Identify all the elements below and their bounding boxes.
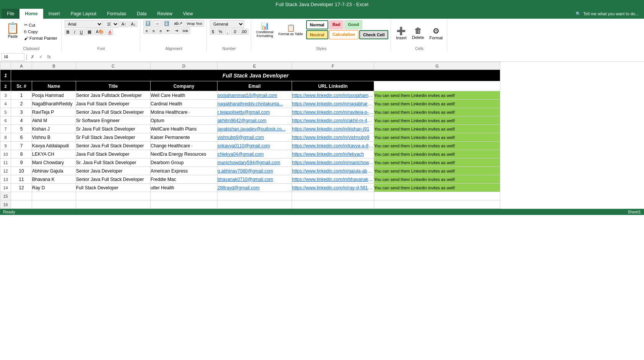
confirm-formula-button[interactable]: ✓ bbox=[37, 54, 44, 60]
cut-button[interactable]: ✂ Cut bbox=[23, 22, 59, 28]
tab-file[interactable]: File bbox=[2, 9, 19, 19]
header-email[interactable]: Email bbox=[217, 81, 292, 91]
italic-button[interactable]: I bbox=[72, 29, 77, 35]
col-header-b[interactable]: B bbox=[32, 62, 76, 70]
cell-company-13[interactable]: Freddie Mac bbox=[151, 175, 217, 184]
cell-name-12[interactable]: Abhinav Gajula bbox=[32, 167, 76, 175]
header-note[interactable] bbox=[374, 81, 500, 91]
cell-url-10[interactable]: https://www.linkedin.com/in/lekyach bbox=[292, 150, 374, 158]
cell-note-3[interactable]: You can send them Linkedin invites as we… bbox=[374, 91, 500, 100]
cell-email-12[interactable]: g.abhinav7080@gmail.com bbox=[217, 167, 292, 175]
cell-email-10[interactable]: chlekya04@gmail.com bbox=[217, 150, 292, 158]
cell-url-13[interactable]: https://www.linkedin.com/in/bhavanak0710 bbox=[292, 175, 374, 184]
header-name[interactable]: Name bbox=[32, 81, 76, 91]
cell-note-13[interactable]: You can send them Linkedin invites as we… bbox=[374, 175, 500, 184]
dollar-button[interactable]: $ bbox=[210, 29, 216, 35]
cell-company-7[interactable]: WellCare Health Plans bbox=[151, 125, 217, 133]
cell-title-7[interactable]: Sr Java Full Stack Developer bbox=[76, 125, 151, 133]
cell-name-8[interactable]: Vishnu B bbox=[32, 133, 76, 142]
cell-title-5[interactable]: Senior Java Full Stack Developer bbox=[76, 108, 151, 116]
name-box[interactable] bbox=[2, 53, 24, 61]
cell-url-14[interactable]: https://www.linkedin.com/in/ray-d-581246… bbox=[292, 184, 374, 192]
cell-url-3[interactable]: https://www.linkedin.com/in/poojahammad bbox=[292, 91, 374, 100]
style-good[interactable]: Good bbox=[344, 20, 362, 29]
cell-url-8[interactable]: https://www.linkedin.com/in/vishnubg9 bbox=[292, 133, 374, 142]
col-header-f[interactable]: F bbox=[292, 62, 374, 70]
cell-note-7[interactable]: You can send them Linkedin invites as we… bbox=[374, 125, 500, 133]
cell-name-14[interactable]: Ray D bbox=[32, 184, 76, 192]
increase-decimal-button[interactable]: .00 bbox=[239, 29, 248, 35]
cell-note-5[interactable]: You can send them Linkedin invites as we… bbox=[374, 108, 500, 116]
cell-title-13[interactable]: Senior Java Full Stack Developer bbox=[76, 175, 151, 184]
style-normal[interactable]: Normal bbox=[306, 20, 328, 29]
cell-name-4[interactable]: NagaBharathReddy bbox=[32, 100, 76, 108]
cell-title-9[interactable]: Senior Java Full Stack Developer bbox=[76, 142, 151, 150]
align-right-button[interactable]: ≡ bbox=[157, 27, 164, 34]
copy-button[interactable]: ⎘ Copy bbox=[23, 29, 59, 35]
cell-sr-3[interactable]: 1 bbox=[11, 91, 32, 100]
cell-company-8[interactable]: Kaiser Permanente bbox=[151, 133, 217, 142]
cell-note-8[interactable]: You can send them Linkedin invites as we… bbox=[374, 133, 500, 142]
col-header-c[interactable]: C bbox=[76, 62, 151, 70]
cell-email-11[interactable]: manichowdary594@gmail.com bbox=[217, 158, 292, 167]
cell-sr-7[interactable]: 5 bbox=[11, 125, 32, 133]
underline-button[interactable]: U bbox=[78, 29, 85, 35]
tab-review[interactable]: Review bbox=[152, 9, 177, 19]
cell-name-3[interactable]: Pooja Hammad bbox=[32, 91, 76, 100]
align-top-button[interactable]: ⬆️ bbox=[143, 20, 152, 27]
cell-title-3[interactable]: Senior Java Fullstack Developer bbox=[76, 91, 151, 100]
cell-sr-14[interactable]: 12 bbox=[11, 184, 32, 192]
cell-sr-8[interactable]: 6 bbox=[11, 133, 32, 142]
align-bottom-button[interactable]: ⬇️ bbox=[162, 20, 171, 27]
tab-view[interactable]: View bbox=[178, 9, 198, 19]
cell-sr-6[interactable]: 4 bbox=[11, 116, 32, 125]
number-format-selector[interactable]: General bbox=[210, 20, 244, 28]
comma-button[interactable]: , bbox=[225, 29, 230, 35]
format-button[interactable]: ⚙ Format bbox=[428, 25, 445, 41]
font-size-selector[interactable]: 10 bbox=[104, 20, 119, 28]
cell-sr-11[interactable]: 9 bbox=[11, 158, 32, 167]
cell-email-5[interactable]: r.tejapolisetty@gmail.com bbox=[217, 108, 292, 116]
cell-name-10[interactable]: LEKYA CH bbox=[32, 150, 76, 158]
format-painter-button[interactable]: 🖌 Format Painter bbox=[23, 35, 59, 41]
formula-input[interactable] bbox=[54, 53, 642, 60]
increase-indent-button[interactable]: ⇥ bbox=[173, 27, 180, 34]
sheet-name[interactable]: Sheet1 bbox=[628, 210, 641, 214]
cell-sr-12[interactable]: 10 bbox=[11, 167, 32, 175]
cell-company-6[interactable]: Optum bbox=[151, 116, 217, 125]
orientation-button[interactable]: ab↗ bbox=[172, 20, 184, 27]
tell-me[interactable]: Tell me what you want to do... bbox=[583, 11, 639, 16]
cell-url-4[interactable]: https://www.linkedin.com/in/nagabharathc… bbox=[292, 100, 374, 108]
cell-name-6[interactable]: Akhil M bbox=[32, 116, 76, 125]
cell-title-8[interactable]: Sr Full Stack Java Developer bbox=[76, 133, 151, 142]
cell-title-6[interactable]: Sr Software Engineer bbox=[76, 116, 151, 125]
tab-page-layout[interactable]: Page Layout bbox=[65, 9, 102, 19]
cell-email-7[interactable]: jayakishan.javadev@outlook.co... bbox=[217, 125, 292, 133]
cell-url-11[interactable]: https://www.linkedin.com/in/manichowdary… bbox=[292, 158, 374, 167]
tab-insert[interactable]: Insert bbox=[43, 9, 65, 19]
font-color-button[interactable]: A bbox=[107, 29, 113, 35]
style-check-cell[interactable]: Check Cell bbox=[359, 30, 388, 39]
style-bad[interactable]: Bad bbox=[329, 20, 344, 29]
cell-url-7[interactable]: https://www.linkedin.com/in/kishan-j91 bbox=[292, 125, 374, 133]
cell-company-9[interactable]: Change Healthcare · bbox=[151, 142, 217, 150]
align-left-button[interactable]: ≡ bbox=[143, 27, 149, 34]
cell-email-13[interactable]: bhavanak0710@gmail.com bbox=[217, 175, 292, 184]
decrease-font-button[interactable]: A↓ bbox=[129, 21, 138, 27]
conditional-formatting-button[interactable]: 📊 ConditionalFormatting bbox=[254, 21, 275, 39]
cell-note-4[interactable]: You can send them Linkedin invites as we… bbox=[374, 100, 500, 108]
cell-note-11[interactable]: You can send them Linkedin invites as we… bbox=[374, 158, 500, 167]
cell-title-10[interactable]: Java Full Stack Developer bbox=[76, 150, 151, 158]
cell-title-11[interactable]: Sr. Java Full Stack Developer bbox=[76, 158, 151, 167]
cell-email-6[interactable]: akhilm9642@gmail.com bbox=[217, 116, 292, 125]
increase-font-button[interactable]: A↑ bbox=[120, 21, 128, 27]
cell-name-5[interactable]: RaviTeja P bbox=[32, 108, 76, 116]
insert-button[interactable]: ➕ Insert bbox=[394, 25, 409, 41]
cell-note-12[interactable]: You can send them Linkedin invites as we… bbox=[374, 167, 500, 175]
insert-function-button[interactable]: fx bbox=[46, 54, 52, 60]
wrap-text-button[interactable]: Wrap Text bbox=[185, 20, 204, 27]
font-name-selector[interactable]: Arial bbox=[65, 20, 103, 28]
cell-title-14[interactable]: Full Stack Developer bbox=[76, 184, 151, 192]
col-header-g[interactable]: G bbox=[374, 62, 500, 70]
cell-url-5[interactable]: https://www.linkedin.com/in/raviteja-p-2… bbox=[292, 108, 374, 116]
